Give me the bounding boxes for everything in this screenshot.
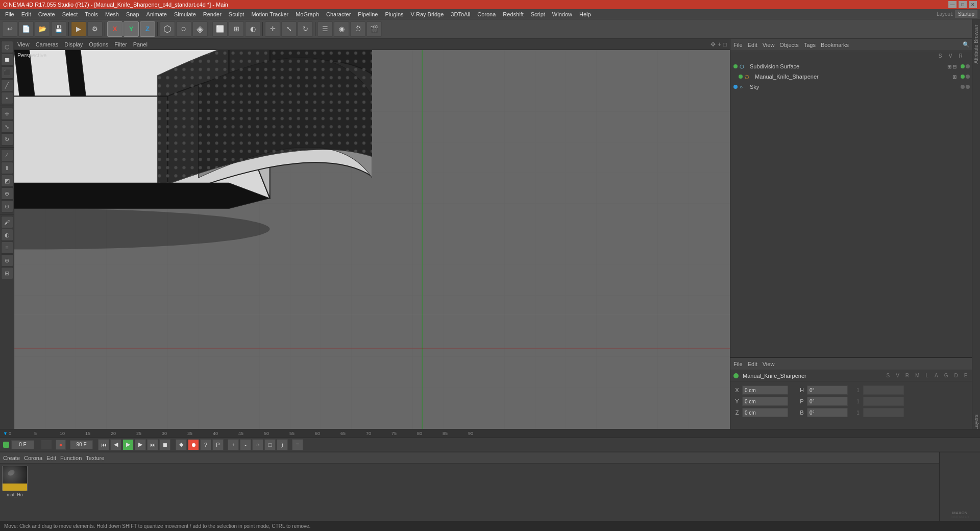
attr-menu-edit[interactable]: Edit <box>748 361 757 367</box>
viewport-menu-display[interactable]: Display <box>64 41 83 47</box>
go-to-end-btn[interactable]: ⏭ <box>147 439 158 450</box>
obj-menu-file[interactable]: File <box>733 42 743 48</box>
menu-edit[interactable]: Edit <box>18 10 34 18</box>
menu-tools[interactable]: Tools <box>82 10 101 18</box>
layout-selector[interactable]: Startup <box>954 10 978 18</box>
coord-b-rot[interactable] <box>807 408 848 417</box>
mat-menu-create[interactable]: Create <box>3 455 20 461</box>
material-item[interactable]: mat_Ho <box>2 466 28 497</box>
toolbar-render-settings[interactable]: ⚙ <box>87 21 103 37</box>
toolbar-open[interactable]: 📂 <box>35 21 50 37</box>
menu-create[interactable]: Create <box>35 10 58 18</box>
sidebar-cloth[interactable]: ⊞ <box>1 267 13 279</box>
toolbar-select-model[interactable]: ⬡ <box>160 21 175 37</box>
attr-menu-file[interactable]: File <box>733 361 743 367</box>
minimize-button[interactable]: — <box>948 1 957 8</box>
toolbar-undo[interactable]: ↩ <box>2 21 17 37</box>
toolbar-save[interactable]: 💾 <box>51 21 66 37</box>
coord-x-pos[interactable] <box>742 385 788 395</box>
toolbar-4-view[interactable]: ⊞ <box>229 21 244 37</box>
sidebar-rotate-tool[interactable]: ↻ <box>1 133 13 146</box>
maximize-button[interactable]: □ <box>959 1 967 8</box>
mat-menu-corona[interactable]: Corona <box>24 455 42 461</box>
toolbar-new[interactable]: 📄 <box>18 21 34 37</box>
menu-plugins[interactable]: Plugins <box>382 10 406 18</box>
coord-y-size[interactable] <box>863 397 904 406</box>
mat-menu-texture[interactable]: Texture <box>86 455 104 461</box>
fps-input[interactable] <box>41 440 52 449</box>
sidebar-loop-sel[interactable]: ⊕ <box>1 187 13 200</box>
sidebar-paint[interactable]: 🖌 <box>1 216 13 228</box>
toolbar-rotate[interactable]: ↻ <box>298 21 313 37</box>
sidebar-extrude[interactable]: ⬆ <box>1 162 13 174</box>
toolbar-render-queue[interactable]: 🎬 <box>366 21 382 37</box>
toolbar-select-edges[interactable]: ◈ <box>192 21 208 37</box>
viewport-menu-filter[interactable]: Filter <box>114 41 127 47</box>
menu-animate[interactable]: Animate <box>143 10 170 18</box>
current-frame-input[interactable] <box>11 440 34 449</box>
toolbar-display[interactable]: ◐ <box>245 21 260 37</box>
toolbar-object-manager[interactable]: ☰ <box>317 21 333 37</box>
menu-render[interactable]: Render <box>200 10 225 18</box>
menu-corona[interactable]: Corona <box>474 10 499 18</box>
key-square-btn[interactable]: □ <box>264 439 276 450</box>
sidebar-knife[interactable]: ∕ <box>1 149 13 161</box>
toolbar-timeline[interactable]: ⏱ <box>350 21 365 37</box>
toolbar-move[interactable]: ✛ <box>265 21 280 37</box>
viewport-menu-view[interactable]: View <box>17 41 30 47</box>
obj-menu-tags[interactable]: Tags <box>804 42 816 48</box>
viewport-icon-camera[interactable]: + <box>718 41 721 48</box>
toolbar-z-axis[interactable]: Z <box>140 21 155 37</box>
menu-window[interactable]: Window <box>549 10 575 18</box>
menu-vray[interactable]: V-Ray Bridge <box>408 10 447 18</box>
menu-snap[interactable]: Snap <box>123 10 142 18</box>
key-circle-btn[interactable]: ○ <box>252 439 263 450</box>
sidebar-dynamics[interactable]: ⊛ <box>1 254 13 267</box>
key-add-btn[interactable]: + <box>228 439 239 450</box>
coord-p-rot[interactable] <box>807 397 848 406</box>
next-frame-btn[interactable]: ▶ <box>135 439 146 450</box>
obj-menu-view[interactable]: View <box>763 42 775 48</box>
sidebar-hair[interactable]: ≡ <box>1 242 13 254</box>
obj-search-icon[interactable]: 🔍 <box>963 41 970 48</box>
end-frame-input[interactable] <box>70 440 93 449</box>
sidebar-sculpt[interactable]: ◐ <box>1 229 13 241</box>
menu-script[interactable]: Script <box>528 10 548 18</box>
animation-btn[interactable]: ? <box>200 439 211 450</box>
sidebar-move-tool[interactable]: ✛ <box>1 108 13 120</box>
toolbar-x-axis[interactable]: X <box>107 21 122 37</box>
menu-character[interactable]: Character <box>323 10 354 18</box>
viewport-menu-cameras[interactable]: Cameras <box>36 41 59 47</box>
menu-mesh[interactable]: Mesh <box>102 10 122 18</box>
mat-menu-edit[interactable]: Edit <box>46 455 56 461</box>
sidebar-texture-mode[interactable]: 🔲 <box>1 54 13 66</box>
sidebar-edge-mode[interactable]: ╱ <box>1 79 13 91</box>
timeline-config-btn[interactable]: ≡ <box>292 439 303 450</box>
mat-menu-function[interactable]: Function <box>60 455 82 461</box>
object-row-knife-sharpener[interactable]: ⬠ Manual_Knife_Sharpener ⊞ <box>730 71 980 82</box>
obj-menu-edit[interactable]: Edit <box>748 42 757 48</box>
stop-btn[interactable]: ⏹ <box>159 439 170 450</box>
key-paren-btn[interactable]: ) <box>277 439 288 450</box>
menu-help[interactable]: Help <box>576 10 594 18</box>
viewport-icon-maximize[interactable]: □ <box>723 41 727 48</box>
viewport-menu-options[interactable]: Options <box>89 41 108 47</box>
toolbar-material-manager[interactable]: ◉ <box>334 21 349 37</box>
sidebar-point-mode[interactable]: • <box>1 92 13 104</box>
obj-menu-bookmarks[interactable]: Bookmarks <box>821 42 849 48</box>
close-button[interactable]: ✕ <box>969 1 977 8</box>
play-btn[interactable]: ▶ <box>122 439 134 450</box>
menu-redshift[interactable]: Redshift <box>500 10 526 18</box>
coord-z-pos[interactable] <box>742 408 788 417</box>
coord-h-rot[interactable] <box>807 385 848 395</box>
obj-menu-objects[interactable]: Objects <box>779 42 798 48</box>
menu-file[interactable]: File <box>2 10 17 18</box>
menu-pipeline[interactable]: Pipeline <box>355 10 381 18</box>
object-row-sky[interactable]: ○ Sky <box>730 82 980 92</box>
toolbar-y-axis[interactable]: Y <box>124 21 139 37</box>
menu-motion-tracker[interactable]: Motion Tracker <box>248 10 291 18</box>
toolbar-render[interactable]: ▶ <box>71 21 86 37</box>
key-del-btn[interactable]: - <box>240 439 251 450</box>
menu-mograph[interactable]: MoGraph <box>292 10 322 18</box>
attr-menu-view[interactable]: View <box>763 361 775 367</box>
